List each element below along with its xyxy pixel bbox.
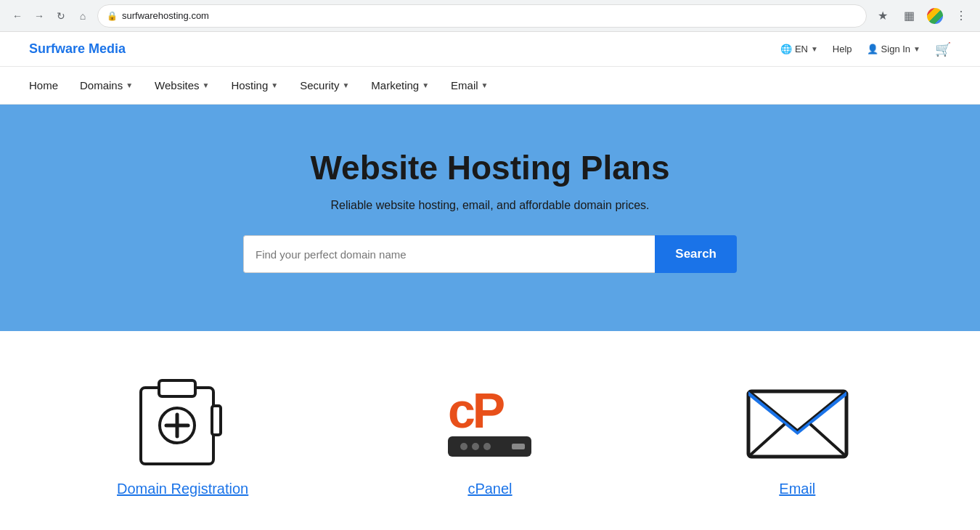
home-button[interactable]: ⌂	[74, 7, 91, 25]
hero-subtitle: Reliable website hosting, email, and aff…	[330, 199, 649, 212]
nav-marketing[interactable]: Marketing ▼	[371, 69, 429, 102]
svg-rect-5	[212, 406, 221, 435]
browser-nav-buttons: ← → ↻ ⌂	[9, 7, 91, 25]
cpanel-icon-area: cP	[432, 367, 548, 469]
domain-registration-icon-area	[125, 367, 241, 469]
star-icon[interactable]: ★	[873, 6, 893, 26]
browser-toolbar-right: ★ ▦ ⋮	[873, 6, 971, 26]
site-logo[interactable]: Surfware Media	[29, 41, 126, 57]
lock-icon: 🔒	[107, 11, 118, 21]
site-header-top: Surfware Media 🌐 EN ▼ Help 👤 Sign In ▼ 🛒	[0, 32, 980, 67]
forward-button[interactable]: →	[30, 7, 48, 25]
svg-point-8	[460, 443, 467, 450]
lang-label: EN	[795, 44, 808, 54]
nav-home[interactable]: Home	[29, 69, 58, 102]
feature-domain-registration[interactable]: Domain Registration	[81, 367, 285, 497]
browser-chrome: ← → ↻ ⌂ 🔒 surfwarehosting.com ★ ▦ ⋮	[0, 0, 980, 32]
svg-point-10	[483, 443, 491, 450]
svg-point-9	[472, 443, 479, 450]
email-icon	[741, 370, 854, 468]
signin-button[interactable]: 👤 Sign In ▼	[867, 44, 920, 54]
feature-cpanel[interactable]: cP cPanel	[388, 367, 592, 497]
cpanel-icon: cP	[433, 370, 546, 468]
globe-icon: 🌐	[780, 44, 792, 54]
nav-websites[interactable]: Websites ▼	[155, 69, 209, 102]
hero-title: Website Hosting Plans	[310, 148, 669, 187]
feature-email[interactable]: Email	[695, 367, 899, 497]
nav-security[interactable]: Security ▼	[300, 69, 349, 102]
svg-rect-1	[159, 380, 195, 396]
domain-search-input[interactable]	[243, 235, 655, 273]
svg-rect-11	[512, 444, 525, 449]
profile-avatar	[927, 8, 943, 24]
hosting-chevron: ▼	[271, 81, 278, 89]
svg-text:cP: cP	[448, 383, 505, 438]
signin-label: Sign In	[881, 44, 910, 54]
domain-search-bar: Search	[243, 235, 737, 273]
search-button[interactable]: Search	[655, 235, 737, 273]
language-selector[interactable]: 🌐 EN ▼	[780, 44, 818, 54]
email-label: Email	[779, 481, 815, 497]
security-chevron: ▼	[342, 81, 349, 89]
signin-chevron: ▼	[913, 45, 920, 53]
user-icon: 👤	[867, 44, 878, 54]
refresh-button[interactable]: ↻	[52, 7, 70, 25]
nav-security-label: Security	[300, 79, 339, 91]
menu-icon[interactable]: ⋮	[951, 6, 971, 26]
nav-email[interactable]: Email ▼	[451, 69, 488, 102]
main-nav: Home Domains ▼ Websites ▼ Hosting ▼ Secu…	[0, 67, 980, 105]
nav-hosting-label: Hosting	[231, 79, 268, 91]
hero-section: Website Hosting Plans Reliable website h…	[0, 105, 980, 331]
nav-websites-label: Websites	[155, 79, 199, 91]
domains-chevron: ▼	[126, 81, 133, 89]
header-right: 🌐 EN ▼ Help 👤 Sign In ▼ 🛒	[780, 41, 951, 57]
features-section: Domain Registration cP cPanel	[0, 331, 980, 519]
profile-icon[interactable]	[925, 6, 945, 26]
nav-marketing-label: Marketing	[371, 79, 419, 91]
email-chevron: ▼	[481, 81, 489, 89]
marketing-chevron: ▼	[422, 81, 429, 89]
email-icon-area	[739, 367, 855, 469]
help-link[interactable]: Help	[833, 44, 852, 54]
domain-registration-label: Domain Registration	[117, 481, 248, 497]
websites-chevron: ▼	[203, 81, 210, 89]
nav-domains-label: Domains	[80, 79, 123, 91]
url-text: surfwarehosting.com	[122, 10, 857, 21]
nav-home-label: Home	[29, 79, 58, 91]
nav-email-label: Email	[451, 79, 478, 91]
nav-hosting[interactable]: Hosting ▼	[231, 69, 278, 102]
cart-button[interactable]: 🛒	[935, 41, 951, 57]
domain-registration-icon	[126, 370, 239, 468]
back-button[interactable]: ←	[9, 7, 26, 25]
cpanel-label: cPanel	[467, 481, 512, 497]
extensions-icon[interactable]: ▦	[899, 6, 919, 26]
lang-chevron: ▼	[811, 45, 818, 53]
nav-domains[interactable]: Domains ▼	[80, 69, 133, 102]
address-bar[interactable]: 🔒 surfwarehosting.com	[97, 4, 867, 28]
